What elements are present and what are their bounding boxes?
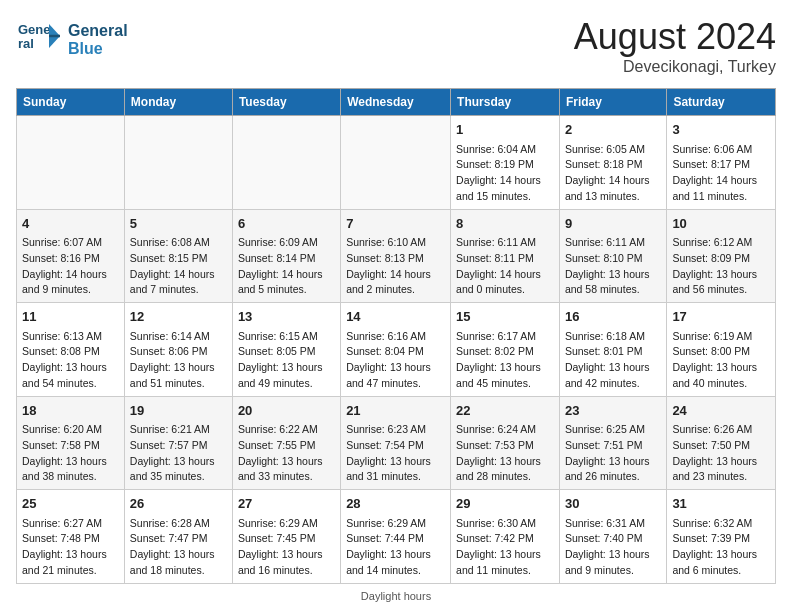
day-number: 14 [346,307,445,327]
day-number: 3 [672,120,770,140]
day-number: 28 [346,494,445,514]
day-info: Daylight: 13 hours and 9 minutes. [565,547,661,579]
day-number: 12 [130,307,227,327]
day-info: Sunrise: 6:08 AM [130,235,227,251]
day-info: Sunset: 7:51 PM [565,438,661,454]
calendar-cell: 3Sunrise: 6:06 AMSunset: 8:17 PMDaylight… [667,116,776,210]
daylight-note-text: Daylight hours [361,590,431,602]
day-number: 16 [565,307,661,327]
logo-name-bottom: Blue [68,40,128,58]
day-info: Sunset: 7:53 PM [456,438,554,454]
day-info: Sunrise: 6:09 AM [238,235,335,251]
calendar-cell: 15Sunrise: 6:17 AMSunset: 8:02 PMDayligh… [451,303,560,397]
day-number: 7 [346,214,445,234]
calendar-cell: 28Sunrise: 6:29 AMSunset: 7:44 PMDayligh… [341,490,451,584]
day-info: Sunrise: 6:23 AM [346,422,445,438]
calendar-cell: 27Sunrise: 6:29 AMSunset: 7:45 PMDayligh… [232,490,340,584]
day-info: Daylight: 13 hours and 54 minutes. [22,360,119,392]
day-info: Sunset: 8:02 PM [456,344,554,360]
day-number: 31 [672,494,770,514]
day-info: Daylight: 13 hours and 6 minutes. [672,547,770,579]
day-info: Sunset: 8:17 PM [672,157,770,173]
day-info: Sunrise: 6:04 AM [456,142,554,158]
day-info: Sunrise: 6:05 AM [565,142,661,158]
header-sunday: Sunday [17,89,125,116]
day-info: Sunrise: 6:07 AM [22,235,119,251]
header-thursday: Thursday [451,89,560,116]
day-info: Sunrise: 6:30 AM [456,516,554,532]
day-info: Daylight: 13 hours and 49 minutes. [238,360,335,392]
day-info: Sunset: 8:10 PM [565,251,661,267]
header-monday: Monday [124,89,232,116]
calendar-cell [17,116,125,210]
day-number: 15 [456,307,554,327]
day-number: 9 [565,214,661,234]
calendar-cell: 2Sunrise: 6:05 AMSunset: 8:18 PMDaylight… [559,116,666,210]
calendar-cell: 9Sunrise: 6:11 AMSunset: 8:10 PMDaylight… [559,209,666,303]
calendar-cell [232,116,340,210]
day-number: 13 [238,307,335,327]
day-info: Daylight: 13 hours and 28 minutes. [456,454,554,486]
day-info: Daylight: 14 hours and 5 minutes. [238,267,335,299]
day-info: Sunrise: 6:29 AM [346,516,445,532]
day-info: Sunset: 8:00 PM [672,344,770,360]
day-number: 24 [672,401,770,421]
day-info: Daylight: 14 hours and 2 minutes. [346,267,445,299]
day-info: Sunrise: 6:18 AM [565,329,661,345]
day-info: Daylight: 14 hours and 7 minutes. [130,267,227,299]
day-number: 6 [238,214,335,234]
day-info: Sunset: 7:44 PM [346,531,445,547]
day-info: Sunset: 7:47 PM [130,531,227,547]
day-info: Sunset: 8:14 PM [238,251,335,267]
day-info: Sunrise: 6:27 AM [22,516,119,532]
day-info: Sunrise: 6:17 AM [456,329,554,345]
daylight-footer: Daylight hours [16,590,776,602]
day-info: Daylight: 13 hours and 18 minutes. [130,547,227,579]
calendar-cell: 16Sunrise: 6:18 AMSunset: 8:01 PMDayligh… [559,303,666,397]
header-saturday: Saturday [667,89,776,116]
calendar-week-1: 1Sunrise: 6:04 AMSunset: 8:19 PMDaylight… [17,116,776,210]
day-info: Sunrise: 6:22 AM [238,422,335,438]
day-info: Sunrise: 6:14 AM [130,329,227,345]
day-info: Sunrise: 6:24 AM [456,422,554,438]
day-info: Sunset: 7:55 PM [238,438,335,454]
day-number: 27 [238,494,335,514]
day-info: Sunset: 7:42 PM [456,531,554,547]
day-number: 5 [130,214,227,234]
calendar-cell: 31Sunrise: 6:32 AMSunset: 7:39 PMDayligh… [667,490,776,584]
day-number: 23 [565,401,661,421]
day-info: Sunrise: 6:15 AM [238,329,335,345]
day-info: Daylight: 13 hours and 14 minutes. [346,547,445,579]
day-number: 1 [456,120,554,140]
calendar-cell: 23Sunrise: 6:25 AMSunset: 7:51 PMDayligh… [559,396,666,490]
location-subtitle: Devecikonagi, Turkey [574,58,776,76]
day-info: Daylight: 13 hours and 31 minutes. [346,454,445,486]
calendar-cell: 25Sunrise: 6:27 AMSunset: 7:48 PMDayligh… [17,490,125,584]
calendar-cell: 7Sunrise: 6:10 AMSunset: 8:13 PMDaylight… [341,209,451,303]
calendar-cell [341,116,451,210]
day-info: Daylight: 13 hours and 21 minutes. [22,547,119,579]
day-number: 25 [22,494,119,514]
day-info: Daylight: 13 hours and 47 minutes. [346,360,445,392]
calendar-week-2: 4Sunrise: 6:07 AMSunset: 8:16 PMDaylight… [17,209,776,303]
day-info: Sunrise: 6:31 AM [565,516,661,532]
day-info: Sunrise: 6:13 AM [22,329,119,345]
day-info: Sunset: 8:08 PM [22,344,119,360]
day-info: Sunset: 7:40 PM [565,531,661,547]
day-info: Daylight: 14 hours and 13 minutes. [565,173,661,205]
day-info: Daylight: 14 hours and 0 minutes. [456,267,554,299]
calendar-cell: 30Sunrise: 6:31 AMSunset: 7:40 PMDayligh… [559,490,666,584]
day-number: 17 [672,307,770,327]
day-number: 19 [130,401,227,421]
calendar-cell: 17Sunrise: 6:19 AMSunset: 8:00 PMDayligh… [667,303,776,397]
day-info: Sunrise: 6:19 AM [672,329,770,345]
header-friday: Friday [559,89,666,116]
day-info: Daylight: 13 hours and 38 minutes. [22,454,119,486]
day-info: Daylight: 13 hours and 42 minutes. [565,360,661,392]
calendar-week-5: 25Sunrise: 6:27 AMSunset: 7:48 PMDayligh… [17,490,776,584]
calendar-cell: 11Sunrise: 6:13 AMSunset: 8:08 PMDayligh… [17,303,125,397]
day-number: 2 [565,120,661,140]
day-number: 8 [456,214,554,234]
day-info: Daylight: 14 hours and 15 minutes. [456,173,554,205]
calendar-cell: 13Sunrise: 6:15 AMSunset: 8:05 PMDayligh… [232,303,340,397]
